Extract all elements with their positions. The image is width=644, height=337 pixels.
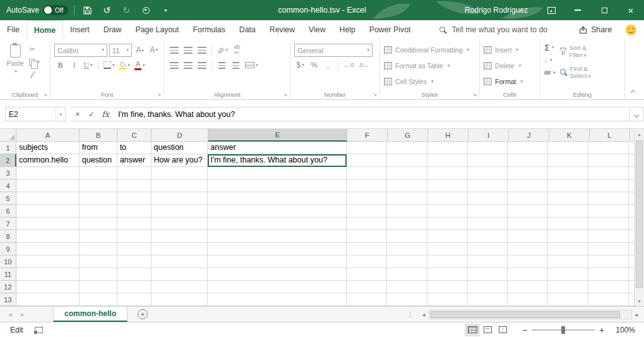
cell-I6[interactable] [468,205,508,218]
cell-styles-button[interactable]: Cell Styles ▾ [384,73,475,89]
normal-view-button[interactable] [465,324,480,336]
page-layout-view-button[interactable] [480,324,495,336]
column-header-K[interactable]: K [549,129,590,142]
cell-A3[interactable] [16,167,80,180]
page-break-view-button[interactable] [495,324,510,336]
cell-K6[interactable] [548,205,588,218]
font-color-button[interactable]: A ▾ [133,59,146,72]
underline-button[interactable]: U▾ [82,59,94,72]
column-header-J[interactable]: J [509,129,549,142]
row-header-6[interactable]: 6 [0,205,16,218]
sort-filter-button[interactable]: Sort &Filter▾ [559,42,591,61]
zoom-out-button[interactable]: − [519,325,530,335]
cell-H11[interactable] [427,268,468,281]
cell-L7[interactable] [588,218,629,230]
borders-button[interactable]: ▾ [102,59,116,72]
cell-I3[interactable] [468,167,508,180]
select-all-corner[interactable] [0,129,16,142]
cell-C11[interactable] [117,268,152,281]
row-header-3[interactable]: 3 [0,167,16,180]
column-header-E[interactable]: E [208,129,347,142]
cell-C8[interactable] [117,230,152,243]
percent-style-button[interactable]: % [308,59,320,72]
cell-L6[interactable] [588,205,629,218]
tab-draw[interactable]: Draw [97,20,129,39]
zoom-slider[interactable] [532,329,595,331]
row-header-9[interactable]: 9 [0,243,16,255]
minimize-button[interactable] [564,0,591,20]
cell-J11[interactable] [508,268,548,281]
cancel-button[interactable]: × [71,107,85,121]
macro-record-button[interactable] [35,327,43,333]
clear-button[interactable]: ▾ [544,67,556,78]
cell-G2[interactable] [387,154,427,167]
cell-H13[interactable] [427,293,468,306]
cell-J3[interactable] [508,167,548,180]
row-header-2[interactable]: 2 [0,154,16,167]
sheet-tab-active[interactable]: common-hello [53,307,128,322]
alignment-dialog-launcher[interactable]: ↘ [283,92,287,97]
cell-L3[interactable] [588,167,629,180]
cell-A5[interactable] [16,192,80,205]
cell-C13[interactable] [117,293,152,306]
enter-button[interactable]: ✓ [85,107,98,121]
bold-button[interactable]: B [54,59,66,72]
cell-K2[interactable] [548,154,588,167]
cell-J10[interactable] [508,255,548,268]
horizontal-scrollbar[interactable]: ◂ ▸ [419,307,642,322]
tab-review[interactable]: Review [263,20,302,39]
redo-button[interactable]: ↻ [119,3,133,18]
cell-B4[interactable] [80,180,117,192]
cell-E6[interactable] [208,205,347,218]
cell-E10[interactable] [208,255,347,268]
cell-I1[interactable] [468,142,508,154]
cell-K3[interactable] [548,167,588,180]
cell-F10[interactable] [347,255,387,268]
customize-quick-access-toolbar-button[interactable]: ▾ [158,3,172,18]
cell-B8[interactable] [80,230,117,243]
cell-F11[interactable] [347,268,387,281]
cell-A6[interactable] [16,205,80,218]
cell-J5[interactable] [508,192,548,205]
delete-cells-button[interactable]: Delete ▾ [484,58,536,73]
tab-help[interactable]: Help [333,20,362,39]
cell-F5[interactable] [347,192,387,205]
cell-D7[interactable] [152,218,208,230]
name-box[interactable]: E2 ▾ [5,107,66,121]
decrease-font-size-button[interactable]: A▾ [148,44,160,57]
cell-C12[interactable] [117,281,152,293]
cell-A8[interactable] [16,230,80,243]
tab-view[interactable]: View [302,20,332,39]
cell-A12[interactable] [16,281,80,293]
cell-J9[interactable] [508,243,548,255]
cell-D11[interactable] [152,268,208,281]
vertical-scrollbar[interactable]: ▴ ▾ [634,129,644,306]
cell-D6[interactable] [152,205,208,218]
cell-E13[interactable] [208,293,347,306]
share-button[interactable]: Share [579,20,612,39]
horizontal-scrollbar-thumb[interactable] [431,311,620,318]
cell-J13[interactable] [508,293,548,306]
font-dialog-launcher[interactable]: ↘ [157,92,161,97]
align-bottom-button[interactable] [196,44,208,57]
cell-K7[interactable] [548,218,588,230]
cell-L13[interactable] [588,293,629,306]
tab-page-layout[interactable]: Page Layout [128,20,186,39]
tab-insert[interactable]: Insert [63,20,97,39]
paste-button[interactable]: Paste ▾ [4,42,27,85]
cell-E5[interactable] [208,192,347,205]
column-header-G[interactable]: G [388,129,428,142]
conditional-formatting-button[interactable]: Conditional Formatting ▾ [384,42,475,58]
cell-A11[interactable] [16,268,80,281]
cell-I4[interactable] [468,180,508,192]
cell-D8[interactable] [152,230,208,243]
cell-F4[interactable] [347,180,387,192]
cell-J12[interactable] [508,281,548,293]
number-format-select[interactable]: General ▾ [294,44,373,57]
cell-J7[interactable] [508,218,548,230]
column-header-I[interactable]: I [468,129,509,142]
cell-H9[interactable] [427,243,468,255]
align-middle-button[interactable] [182,44,194,57]
horizontal-scrollbar-track[interactable] [429,310,632,319]
cell-C6[interactable] [117,205,152,218]
